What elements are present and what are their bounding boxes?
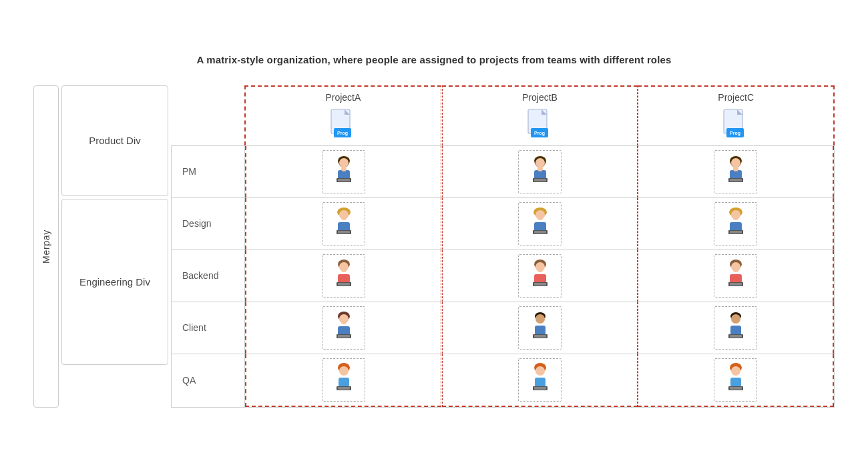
divisions-column: Product Div Engineering Div	[61, 85, 168, 408]
svg-point-71	[341, 320, 347, 324]
product-div-block: Product Div	[61, 85, 168, 196]
svg-rect-22	[534, 170, 546, 179]
svg-rect-29	[730, 170, 742, 179]
project-a-header: ProjectA Prog	[244, 85, 441, 145]
svg-point-65	[733, 268, 738, 272]
svg-rect-72	[338, 326, 350, 336]
qa-project-c-person	[714, 358, 757, 402]
pm-project-a-cell	[245, 146, 441, 197]
pm-project-c-person	[714, 150, 757, 193]
client-project-b-cell	[442, 302, 638, 354]
svg-text:Prog: Prog	[534, 131, 545, 136]
backend-project-c-cell	[638, 250, 834, 302]
header-row: ProjectA Prog ProjectB	[171, 85, 835, 145]
svg-point-53	[341, 268, 347, 272]
qa-project-c-cell	[638, 354, 834, 407]
design-project-a-cell	[245, 198, 441, 250]
main-container: A matrix-style organization, where peopl…	[13, 41, 855, 421]
client-project-a-cell	[245, 302, 441, 354]
pm-row: PM	[171, 145, 835, 198]
project-b-header: ProjectB Prog	[442, 85, 638, 145]
design-project-a-person	[322, 202, 365, 246]
svg-point-32	[733, 166, 738, 171]
qa-person-icon-c	[720, 362, 751, 397]
qa-person-icon-a	[329, 362, 359, 397]
svg-point-86	[339, 366, 349, 376]
svg-rect-84	[730, 335, 742, 338]
client-project-c-person	[714, 306, 757, 350]
svg-point-35	[341, 216, 347, 220]
svg-rect-82	[730, 326, 741, 335]
svg-rect-99	[730, 387, 742, 390]
matrix-diagram: Merpay Product Div Engineering Div Proje…	[33, 85, 835, 408]
svg-rect-54	[338, 274, 350, 284]
svg-point-76	[535, 314, 545, 324]
pm-project-a-person	[322, 150, 365, 193]
engineering-div-label: Engineering Div	[79, 276, 150, 288]
project-c-doc-icon: Prog	[721, 108, 750, 140]
qa-project-b-cell	[442, 354, 638, 407]
client-label: Client	[172, 302, 245, 354]
design-project-c-cell	[638, 198, 834, 250]
project-b-doc-icon: Prog	[525, 108, 555, 140]
svg-rect-42	[534, 222, 546, 232]
svg-text:Prog: Prog	[730, 131, 740, 136]
backend-project-a-cell	[245, 250, 441, 302]
project-b-label: ProjectB	[522, 92, 558, 103]
pm-person-icon-b	[525, 154, 556, 189]
design-row: Design	[171, 198, 835, 250]
design-label: Design	[172, 198, 245, 250]
backend-project-a-person	[322, 254, 365, 298]
svg-rect-60	[534, 274, 546, 284]
project-a-label: ProjectA	[325, 92, 361, 103]
qa-project-a-cell	[245, 354, 441, 407]
merpay-text: Merpay	[41, 229, 51, 264]
pm-project-b-person	[518, 150, 562, 193]
svg-point-59	[537, 268, 543, 272]
project-c-label: ProjectC	[718, 92, 754, 103]
svg-point-21	[535, 158, 545, 167]
backend-person-icon-b	[525, 258, 556, 293]
svg-rect-17	[338, 179, 350, 181]
svg-rect-68	[730, 283, 742, 286]
qa-project-b-person	[518, 358, 562, 402]
qa-person-icon-b	[525, 362, 556, 397]
project-a-doc-icon: Prog	[329, 108, 358, 140]
client-person-icon-a	[329, 310, 359, 345]
client-person-icon-b	[525, 310, 556, 345]
svg-rect-97	[730, 378, 741, 387]
pm-person-icon-c	[720, 154, 751, 189]
svg-rect-79	[534, 335, 546, 338]
design-project-b-cell	[442, 198, 638, 250]
svg-rect-36	[338, 222, 350, 232]
svg-rect-24	[534, 179, 546, 181]
pm-project-b-cell	[442, 146, 638, 197]
backend-person-icon-c	[720, 258, 751, 293]
svg-rect-92	[535, 378, 546, 387]
project-c-header: ProjectC Prog	[638, 85, 835, 145]
svg-point-96	[731, 366, 740, 376]
svg-rect-50	[730, 231, 742, 234]
svg-text:Prog: Prog	[337, 131, 348, 136]
svg-point-41	[537, 216, 543, 220]
empty-header	[171, 85, 244, 145]
backend-project-c-person	[714, 254, 757, 298]
qa-label: QA	[172, 354, 245, 407]
engineering-div-block: Engineering Div	[61, 199, 168, 365]
svg-point-14	[339, 158, 349, 167]
pm-project-c-cell	[638, 146, 834, 197]
svg-point-47	[733, 216, 738, 220]
backend-label: Backend	[172, 250, 245, 302]
svg-rect-87	[339, 378, 349, 387]
backend-person-icon-a	[329, 258, 359, 293]
backend-row: Backend	[171, 250, 835, 302]
design-project-b-person	[518, 202, 562, 246]
backend-project-b-person	[518, 254, 562, 298]
svg-point-25	[537, 166, 543, 171]
client-row: Client	[171, 302, 835, 354]
svg-rect-77	[535, 326, 546, 335]
design-person-icon-a	[329, 206, 359, 241]
qa-project-a-person	[322, 358, 365, 402]
svg-rect-44	[534, 231, 546, 234]
client-person-icon-c	[720, 310, 751, 345]
